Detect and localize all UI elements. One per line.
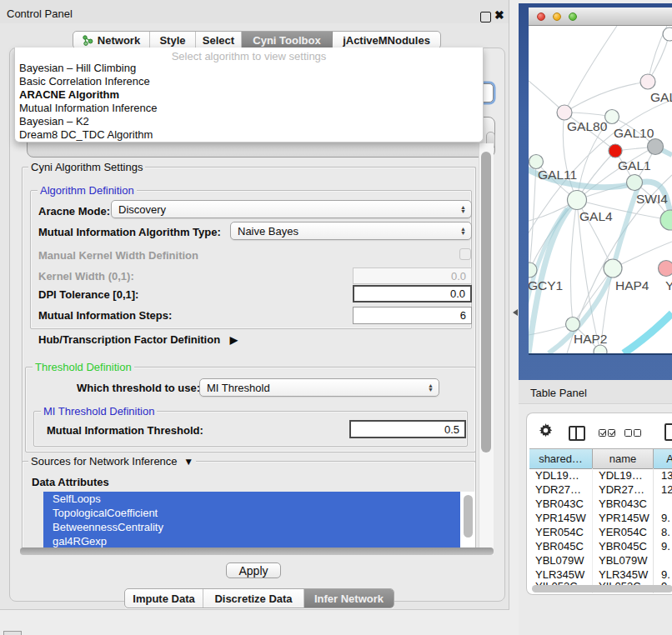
table-row[interactable]: YBL079WYBL079W: [529, 553, 672, 568]
which-threshold-combo[interactable]: MI Threshold ▲▼: [199, 378, 439, 397]
algorithm-option[interactable]: Mutual Information Inference: [15, 102, 483, 115]
table-row[interactable]: YDL19…YDL19…13: [529, 468, 672, 482]
node-hap2[interactable]: [566, 318, 580, 332]
expand-right-icon[interactable]: ▶: [230, 334, 238, 346]
table-cell: YER054C: [593, 525, 654, 539]
hub-definition-label[interactable]: Hub/Transcription Factor Definition ▶: [38, 333, 238, 346]
tab-style[interactable]: Style: [150, 32, 196, 48]
table-panel-titlebar: Table Panel: [519, 380, 672, 404]
node-gray[interactable]: [648, 139, 664, 155]
node-gal11[interactable]: [529, 155, 544, 169]
table-hscrollbar-thumb[interactable]: [532, 585, 672, 592]
algorithm-dropdown-popup: Select algorithm to view settings Bayesi…: [14, 48, 484, 142]
group-title-threshold-definition: Threshold Definition: [33, 362, 134, 372]
settings-bottom-scrollbar[interactable]: [20, 548, 494, 555]
node-pink-right[interactable]: [659, 261, 672, 277]
table-cell: 13: [654, 468, 672, 482]
tab-select[interactable]: Select: [196, 32, 242, 48]
attribute-item-selfloops[interactable]: SelfLoops: [43, 492, 460, 506]
mi-type-combo[interactable]: Naive Bayes ▲▼: [230, 222, 472, 240]
node-gal-top[interactable]: [640, 74, 655, 89]
graph-edge[interactable]: [529, 162, 536, 270]
column-header-A[interactable]: A: [654, 449, 672, 468]
table-row[interactable]: YBR043CYBR043C: [529, 497, 672, 511]
node-gal1[interactable]: [609, 144, 622, 158]
split-divider-arrow-icon[interactable]: [513, 309, 518, 316]
algorithm-option[interactable]: Dream8 DC_TDC Algorithm: [15, 128, 483, 142]
tab-infer-network[interactable]: Infer Network: [304, 589, 394, 608]
sources-title-text: Sources for Network Inference: [31, 455, 178, 468]
node-big-green[interactable]: [660, 210, 672, 230]
algorithm-option[interactable]: Bayesian – Hill Climbing: [15, 62, 483, 75]
attribute-item-gal4rgexp[interactable]: gal4RGexp: [43, 534, 460, 548]
tab-cyni-toolbox[interactable]: Cyni Toolbox: [242, 32, 333, 48]
node-pink-right-label: Y: [665, 278, 672, 292]
node-swi4-label: SWI4: [636, 192, 668, 206]
collapse-down-icon[interactable]: ▼: [183, 456, 193, 468]
minimize-traffic-light[interactable]: [553, 12, 561, 21]
table-row[interactable]: YDR27…YDR27…12: [529, 482, 672, 497]
mi-type-value: Naive Bayes: [238, 225, 298, 238]
zoom-traffic-light[interactable]: [569, 12, 577, 21]
node-swi4[interactable]: [627, 175, 643, 191]
table-cell: 9.: [654, 511, 672, 525]
table-cell: 12: [654, 482, 672, 497]
tab-label: Style: [159, 34, 185, 47]
graph-edge[interactable]: [624, 313, 672, 353]
group-title-sources: Sources for Network Inference ▼: [28, 456, 196, 468]
table-cell: YDL19…: [593, 468, 654, 482]
kernel-width-field[interactable]: 0.0: [353, 268, 472, 284]
gear-icon[interactable]: [539, 423, 553, 438]
data-attributes-list[interactable]: SelfLoopsTopologicalCoefficientBetweenne…: [43, 492, 475, 548]
close-traffic-light[interactable]: [537, 12, 545, 21]
attribute-item-topologicalcoefficient[interactable]: TopologicalCoefficient: [43, 506, 460, 520]
column-header-name[interactable]: name: [593, 449, 654, 468]
file-icon[interactable]: [664, 423, 672, 441]
close-icon[interactable]: ✖: [494, 8, 504, 22]
unchecked-box-icon[interactable]: [624, 429, 632, 437]
apply-button[interactable]: Apply: [226, 562, 281, 578]
aracne-mode-combo[interactable]: Discovery ▲▼: [111, 200, 472, 218]
cutoff-bottom-left-button[interactable]: [3, 631, 22, 635]
float-window-icon[interactable]: [480, 12, 491, 22]
table-cell: [654, 553, 672, 568]
attributes-scrollbar-thumb[interactable]: [464, 495, 473, 538]
tab-jactivemnodules[interactable]: jActiveMNodules: [333, 32, 440, 48]
graph-edge[interactable]: [564, 82, 648, 112]
mi-steps-field[interactable]: 6: [353, 307, 472, 324]
dpi-tolerance-label: DPI Tolerance [0,1]:: [38, 288, 138, 301]
unchecked-box-icon[interactable]: [634, 429, 641, 437]
tab-impute-data[interactable]: Impute Data: [125, 589, 203, 608]
tab-network[interactable]: Network: [73, 32, 150, 48]
mi-threshold-label: Mutual Information Threshold:: [47, 424, 203, 437]
table-row[interactable]: YER054CYER054C8.: [529, 525, 672, 539]
node-hap4[interactable]: [604, 259, 622, 278]
data-attributes-label: Data Attributes: [32, 476, 109, 488]
algorithm-option[interactable]: Bayesian – K2: [15, 115, 483, 128]
network-window-titlebar[interactable]: [529, 8, 672, 26]
node-gal4[interactable]: [568, 191, 587, 210]
tab-discretize-data[interactable]: Discretize Data: [203, 589, 304, 608]
node-unlabeled-top[interactable]: [663, 28, 672, 41]
tab-label: Network: [98, 34, 140, 47]
split-columns-icon[interactable]: [569, 426, 585, 441]
dpi-tolerance-field[interactable]: 0.0: [353, 285, 472, 302]
attribute-item-betweennesscentrality[interactable]: BetweennessCentrality: [43, 520, 460, 534]
graph-edge[interactable]: [564, 26, 617, 112]
node-hap2-label: HAP2: [574, 332, 608, 346]
node-bottom[interactable]: [594, 345, 607, 353]
checked-box-icon[interactable]: [599, 429, 606, 437]
checked-box-icon[interactable]: [608, 429, 615, 437]
network-graph-canvas[interactable]: GALGAL80GAL10GAL1GAL11SWI4GAL4GCY1HAP4YH…: [529, 26, 672, 355]
manual-kernel-checkbox[interactable]: [459, 248, 471, 260]
column-header-shared[interactable]: shared…: [529, 449, 593, 468]
node-gal80[interactable]: [557, 105, 572, 120]
table-row[interactable]: YPR145WYPR145W9.: [529, 511, 672, 525]
graph-edge[interactable]: [570, 200, 577, 324]
settings-scrollbar-thumb[interactable]: [481, 152, 491, 452]
table-row[interactable]: YBR045CYBR045C9.: [529, 539, 672, 553]
mi-threshold-field[interactable]: 0.5: [349, 420, 466, 438]
algorithm-option[interactable]: Basic Correlation Inference: [15, 75, 483, 88]
algorithm-option[interactable]: ARACNE Algorithm: [15, 88, 483, 102]
table-cell: 8.: [654, 525, 672, 539]
